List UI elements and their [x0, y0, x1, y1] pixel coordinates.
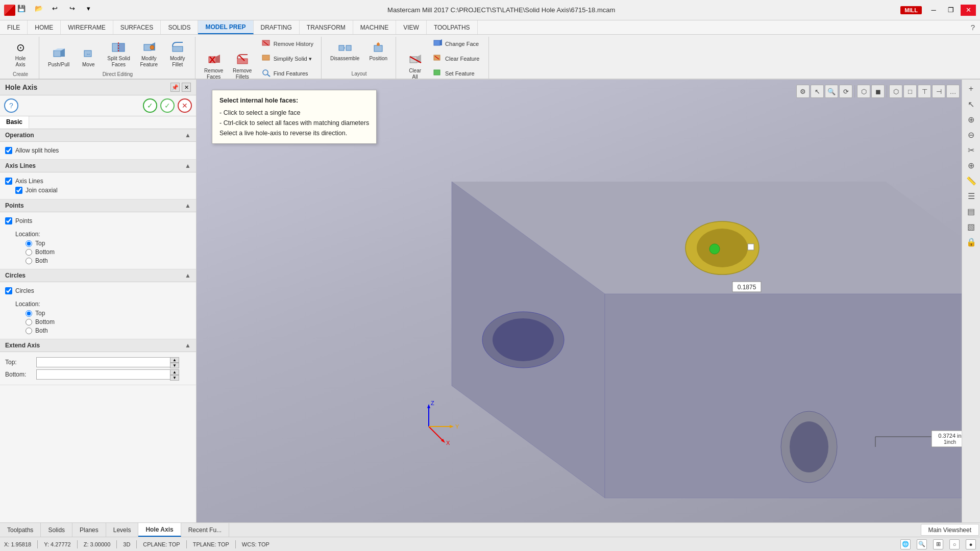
section-operation[interactable]: Operation ▲	[0, 129, 196, 142]
menu-toolpaths[interactable]: TOOLPATHS	[427, 20, 478, 34]
rt-zoom-out[interactable]: ⊖	[964, 128, 978, 142]
ribbon-btn-change-face[interactable]: Change Face	[429, 37, 483, 51]
ribbon-btn-modify-fillet[interactable]: ModifyFillet	[164, 37, 191, 70]
ribbon-btn-remove-faces[interactable]: RemoveFaces	[201, 49, 227, 83]
ribbon-btn-remove-fillets[interactable]: RemoveFillets	[229, 49, 256, 83]
extend-bottom-input[interactable]: 0.00000	[36, 369, 179, 380]
rt-measure[interactable]: 📏	[964, 173, 978, 188]
extend-top-down[interactable]: ▼	[170, 363, 179, 368]
status-sep1	[37, 540, 38, 548]
x-label: X	[446, 440, 450, 446]
extend-bottom-up[interactable]: ▲	[170, 369, 179, 375]
panel-tab-basic[interactable]: Basic	[0, 116, 29, 129]
ribbon-btn-clear-all[interactable]: ClearAll	[403, 49, 427, 83]
ribbon-btn-push-pull[interactable]: Push/Pull	[44, 43, 73, 70]
menu-surfaces[interactable]: SURFACES	[113, 20, 161, 34]
quick-access-save[interactable]: 💾	[17, 5, 33, 16]
dim-label-text1: 0.1875	[738, 284, 756, 291]
btab-levels[interactable]: Levels	[106, 523, 139, 537]
panel-cancel-button[interactable]: ✕	[178, 98, 192, 113]
menu-file[interactable]: FILE	[0, 20, 28, 34]
status-grid-btn[interactable]: ⊞	[933, 539, 943, 549]
ribbon-btn-position[interactable]: Position	[365, 37, 391, 64]
btab-planes[interactable]: Planes	[72, 523, 106, 537]
rt-layers[interactable]: ▤	[964, 204, 978, 218]
close-button[interactable]: ✕	[961, 5, 976, 16]
ribbon-btn-hole-axis[interactable]: ⊙ HoleAxis	[6, 37, 35, 70]
restore-button[interactable]: ❐	[943, 5, 959, 16]
extend-bottom-down[interactable]: ▼	[170, 375, 179, 381]
points-bottom-radio[interactable]	[26, 249, 32, 256]
rt-zoom-in[interactable]: ⊕	[964, 112, 978, 127]
ribbon-btn-remove-history[interactable]: Remove History	[258, 37, 317, 51]
main-viewsheet-tab[interactable]: Main Viewsheet	[921, 524, 979, 536]
btab-toolpaths[interactable]: Toolpaths	[0, 523, 41, 537]
allow-split-holes-label: Allow split holes	[15, 147, 59, 154]
z-label: Z:	[84, 541, 89, 547]
menu-home[interactable]: HOME	[28, 20, 61, 34]
viewport[interactable]: ⚙ ↖ 🔍 ⟳ ⬡ ◼ ⬡ □ ⊤ ⊣ …	[197, 80, 980, 522]
ribbon-btn-modify-feature[interactable]: ModifyFeature	[136, 37, 162, 70]
status-fill-btn[interactable]: ●	[966, 539, 976, 549]
circles-checkbox[interactable]	[5, 287, 12, 294]
btab-recent-fu[interactable]: Recent Fu...	[181, 523, 229, 537]
mill-badge: MILL	[900, 6, 922, 14]
section-points[interactable]: Points ▲	[0, 199, 196, 212]
menu-view[interactable]: VIEW	[396, 20, 427, 34]
panel-ok-button[interactable]: ✓	[143, 98, 157, 113]
quick-access-redo[interactable]: ↪	[69, 5, 85, 16]
rt-paint[interactable]: ▧	[964, 219, 978, 234]
allow-split-holes-checkbox[interactable]	[5, 147, 12, 154]
section-circles[interactable]: Circles ▲	[0, 269, 196, 282]
ribbon-btn-find-features[interactable]: Find Features	[258, 66, 317, 81]
status-globe-btn[interactable]: 🌐	[900, 539, 911, 549]
rt-select[interactable]: ↖	[964, 97, 978, 111]
btab-solids[interactable]: Solids	[41, 523, 72, 537]
ribbon-btn-split-solid-faces[interactable]: Split SolidFaces	[104, 37, 133, 70]
scene-svg: 0.1875 0.3724 in 1inch Z X	[197, 80, 980, 522]
rt-pan[interactable]: ☰	[964, 189, 978, 203]
section-extend-axis[interactable]: Extend Axis ▲	[0, 339, 196, 352]
btab-hole-axis[interactable]: Hole Axis	[138, 523, 181, 537]
menu-drafting[interactable]: DRAFTING	[254, 20, 300, 34]
help-button[interactable]: ?	[966, 20, 980, 34]
extend-top-up[interactable]: ▲	[170, 357, 179, 363]
ribbon-btn-disassemble[interactable]: Disassemble	[327, 37, 363, 64]
svg-point-21	[263, 70, 268, 75]
status-zoom-btn[interactable]: 🔍	[917, 539, 927, 549]
menu-solids[interactable]: SOLIDS	[161, 20, 198, 34]
rt-add[interactable]: +	[964, 82, 978, 96]
menu-model-prep[interactable]: MODEL PREP	[198, 20, 253, 34]
join-coaxial-checkbox[interactable]	[15, 187, 22, 194]
quick-access-more[interactable]: ▾	[87, 5, 102, 16]
rt-scissors[interactable]: ✂	[964, 143, 978, 157]
menu-transform[interactable]: TRANSFORM	[300, 20, 353, 34]
circles-body: Circles Location: Top Bottom	[0, 282, 196, 339]
points-checkbox[interactable]	[5, 217, 12, 224]
quick-access-undo[interactable]: ↩	[52, 5, 67, 16]
ribbon-btn-move[interactable]: ↔ Move	[75, 43, 102, 70]
extend-top-input[interactable]: 0.00000	[36, 357, 179, 367]
circles-top-radio[interactable]	[26, 310, 32, 317]
axis-lines-checkbox[interactable]	[5, 178, 12, 185]
status-circle-btn[interactable]: ○	[949, 539, 960, 549]
menu-wireframe[interactable]: WIREFRAME	[61, 20, 113, 34]
panel-close-button[interactable]: ✕	[182, 83, 191, 92]
ribbon-btn-simplify-solid[interactable]: Simplify Solid ▾	[258, 52, 317, 66]
quick-access-open[interactable]: 📂	[35, 5, 50, 16]
ribbon-btn-set-feature[interactable]: Set Feature	[429, 66, 483, 81]
points-both-radio[interactable]	[26, 258, 32, 264]
panel-pin-button[interactable]: 📌	[170, 83, 180, 92]
minimize-button[interactable]: ─	[926, 5, 941, 16]
points-top-radio[interactable]	[26, 240, 32, 247]
rt-crosshair[interactable]: ⊕	[964, 158, 978, 172]
circles-bottom-radio[interactable]	[26, 319, 32, 325]
clear-feature-icon	[433, 53, 443, 64]
section-axis-lines[interactable]: Axis Lines ▲	[0, 160, 196, 172]
circles-both-radio[interactable]	[26, 328, 32, 334]
menu-machine[interactable]: MACHINE	[353, 20, 396, 34]
rt-lock[interactable]: 🔒	[964, 235, 978, 249]
ribbon-btn-clear-feature[interactable]: Clear Feature	[429, 52, 483, 66]
panel-help-button[interactable]: ?	[4, 98, 18, 113]
panel-apply-button[interactable]: ✓	[160, 98, 175, 113]
